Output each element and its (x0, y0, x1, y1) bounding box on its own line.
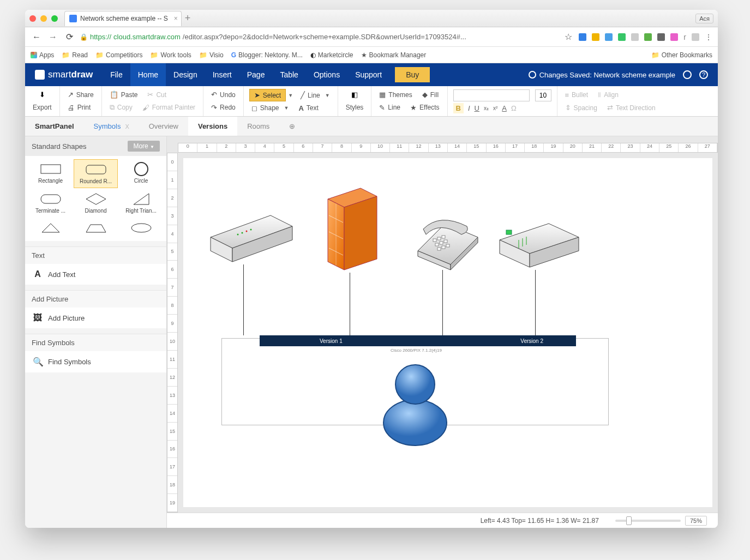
italic-button[interactable]: I (468, 104, 470, 112)
menu-options[interactable]: Options (306, 63, 347, 86)
buy-button[interactable]: Buy (395, 67, 430, 82)
superscript-button[interactable]: x² (493, 105, 497, 111)
subscript-button[interactable]: x₂ (484, 105, 489, 111)
bookmark-marketcircle[interactable]: ◐Marketcircle (310, 51, 353, 59)
text-tool[interactable]: AText (296, 103, 320, 113)
undo-button[interactable]: ↶Undo (209, 89, 238, 100)
drawing-paper[interactable]: Version 1 Version 2 Cisco 2600/PIX 7.1.2… (183, 158, 712, 507)
shape-trapezoid[interactable] (74, 218, 118, 238)
nav-back-icon[interactable]: ← (31, 32, 43, 42)
zoom-thumb[interactable] (626, 516, 632, 525)
ext-icon-7[interactable] (657, 33, 665, 41)
export-button[interactable]: Export (31, 103, 54, 112)
add-picture-button[interactable]: 🖼Add Picture (25, 308, 166, 328)
add-text-button[interactable]: AAdd Text (25, 264, 166, 285)
logo[interactable]: smartdraw (25, 69, 103, 80)
nav-reload-icon[interactable]: ⟳ (63, 32, 75, 42)
bookmark-manager[interactable]: ★Bookmark Manager (361, 51, 427, 59)
bookmark-competitors[interactable]: 📁Competitiors (95, 51, 142, 59)
themes-button[interactable]: ▦Themes (377, 89, 414, 100)
styles-button[interactable]: Styles (344, 103, 366, 112)
font-size-input[interactable] (535, 89, 551, 101)
browser-menu-icon[interactable]: ⋮ (705, 33, 712, 41)
bold-button[interactable]: B (453, 103, 464, 113)
chevron-down-icon[interactable]: ▼ (284, 105, 289, 111)
window-maximize-icon[interactable] (51, 15, 58, 22)
close-icon[interactable]: X (125, 123, 129, 130)
more-button[interactable]: More ▼ (128, 141, 160, 152)
ext-icon-5[interactable] (631, 33, 639, 41)
shape-right-triangle[interactable]: Right Trian... (119, 189, 163, 217)
tab-smartpanel[interactable]: SmartPanel (25, 117, 84, 136)
shape-triangle[interactable] (28, 218, 73, 238)
menu-home[interactable]: Home (130, 63, 166, 86)
tab-versions[interactable]: Versions (188, 117, 237, 136)
shape-rectangle[interactable]: Rectangle (28, 159, 73, 188)
history-icon[interactable] (683, 70, 692, 79)
menu-page[interactable]: Page (239, 63, 273, 86)
network-bus[interactable]: Version 1 Version 2 (260, 335, 576, 346)
shape-rounded-rect[interactable]: Rounded R... (74, 159, 118, 188)
ext-icon-10[interactable] (692, 33, 699, 41)
tab-close-icon[interactable]: × (174, 15, 178, 22)
tab-overview[interactable]: Overview (139, 117, 188, 136)
chevron-down-icon[interactable]: ▼ (325, 93, 330, 98)
ext-icon-4[interactable] (618, 33, 626, 41)
help-icon[interactable]: ? (699, 70, 708, 79)
menu-table[interactable]: Table (272, 63, 305, 86)
zoom-slider[interactable] (615, 520, 681, 522)
window-minimize-icon[interactable] (40, 15, 47, 22)
ext-icon-1[interactable] (579, 33, 586, 41)
user-shape[interactable] (377, 357, 453, 450)
select-tool[interactable]: ➤Select▼ (249, 89, 293, 101)
ext-icon-8[interactable] (670, 33, 678, 41)
font-color-button[interactable]: A (502, 104, 507, 112)
tab-add[interactable]: ⊕ (279, 117, 305, 136)
bookmark-worktools[interactable]: 📁Work tools (150, 51, 191, 59)
device-firewall[interactable] (322, 183, 382, 275)
ext-icon-2[interactable] (592, 33, 599, 41)
shape-circle[interactable]: Circle (119, 159, 163, 188)
zoom-percent[interactable]: 75% (685, 516, 707, 526)
tab-symbols[interactable]: SymbolsX (84, 117, 139, 136)
shape-terminate[interactable]: Terminate ... (28, 189, 73, 217)
browser-tab[interactable]: Network scheme example -- S × (64, 11, 182, 26)
tab-rooms[interactable]: Rooms (237, 117, 279, 136)
find-symbols-button[interactable]: 🔍Find Symbols (25, 351, 166, 372)
ext-icon-3[interactable] (605, 33, 613, 41)
new-tab-button[interactable]: + (185, 13, 191, 24)
menu-file[interactable]: File (103, 63, 130, 86)
print-button[interactable]: 🖨Print (65, 103, 96, 113)
paste-button[interactable]: 📋Paste (107, 89, 140, 100)
effects-button[interactable]: ★Effects (408, 103, 441, 113)
redo-button[interactable]: ↷Redo (209, 103, 238, 113)
menu-insert[interactable]: Insert (205, 63, 239, 86)
font-family-input[interactable] (453, 89, 530, 101)
window-close-icon[interactable] (29, 15, 36, 22)
symbol-button[interactable]: Ω (511, 104, 517, 112)
bookmark-read[interactable]: 📁Read (62, 51, 88, 59)
device-switch[interactable] (205, 210, 298, 270)
bookmark-visio[interactable]: 📁Visio (199, 51, 224, 59)
fill-button[interactable]: ◆Fill (420, 89, 441, 100)
shape-ellipse[interactable] (119, 218, 163, 238)
bookmark-star-icon[interactable]: ☆ (562, 32, 574, 42)
device-router[interactable] (494, 218, 581, 278)
shape-tool[interactable]: ◻Shape▼ (249, 103, 291, 113)
address-bar[interactable]: 🔒 https://cloud.smartdraw.com/editor.asp… (80, 33, 558, 41)
menu-design[interactable]: Design (166, 63, 205, 86)
line-style-button[interactable]: ✎Line (377, 103, 403, 113)
line-tool[interactable]: ╱Line▼ (298, 89, 332, 101)
shape-diamond[interactable]: Diamond (74, 189, 118, 217)
device-phone[interactable] (407, 207, 483, 273)
zoom-control[interactable]: 75% (615, 516, 707, 526)
bookmark-blogger[interactable]: GBlogger: Nektony. M... (231, 51, 303, 59)
browser-profile-badge[interactable]: Ася (695, 14, 713, 23)
bookmark-apps[interactable]: Apps (31, 51, 54, 59)
share-button[interactable]: ↗Share (65, 89, 96, 100)
canvas-body[interactable]: 0123456789101112131415161718192021222324… (167, 136, 718, 513)
underline-button[interactable]: U (475, 104, 479, 112)
chevron-down-icon[interactable]: ▼ (288, 93, 293, 98)
ext-icon-6[interactable] (644, 33, 652, 41)
ext-icon-9[interactable]: r (683, 33, 686, 41)
